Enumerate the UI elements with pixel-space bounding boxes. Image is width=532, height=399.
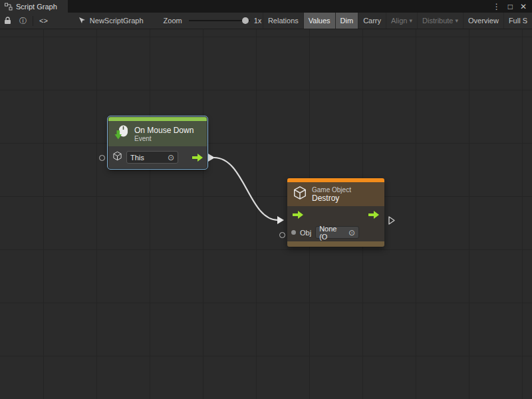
connection-layer: [0, 29, 532, 399]
graph-breadcrumb[interactable]: NewScriptGraph: [78, 17, 144, 25]
carry-label: Carry: [363, 17, 381, 25]
graph-canvas[interactable]: On Mouse Down Event This ⊙: [0, 29, 532, 399]
node-body: Obj None (O ⊙: [287, 206, 384, 241]
node-title: Destroy: [312, 194, 351, 203]
object-picker-icon[interactable]: ⊙: [348, 229, 355, 237]
node-header: On Mouse Down Event: [108, 121, 207, 146]
tab-script-graph[interactable]: Script Graph: [0, 0, 68, 13]
graph-name: NewScriptGraph: [90, 17, 144, 25]
node-body: This ⊙: [108, 146, 207, 168]
object-picker-icon[interactable]: ⊙: [168, 154, 174, 162]
values-button[interactable]: Values: [303, 13, 335, 29]
script-graph-icon: [5, 3, 13, 11]
destroy-object-input-port[interactable]: [279, 232, 285, 238]
graph-cursor-icon: [78, 17, 86, 25]
tab-title: Script Graph: [16, 3, 57, 11]
wire-start-arrow-icon: [208, 154, 215, 162]
align-button[interactable]: Align ▾: [386, 13, 417, 29]
tab-bar: Script Graph ⋮ □ ✕: [0, 0, 532, 13]
close-icon[interactable]: ✕: [520, 3, 527, 11]
chevron-down-icon: ▾: [410, 17, 413, 24]
align-label: Align: [391, 17, 407, 25]
node-subtitle: Event: [134, 135, 194, 142]
dim-label: Dim: [340, 17, 354, 25]
target-field-value: This: [130, 154, 144, 162]
connection-wire[interactable]: [214, 158, 278, 220]
distribute-label: Distribute: [422, 17, 453, 25]
graph-toolbar: ⓘ <> NewScriptGraph Zoom 1x Relations Va…: [0, 13, 532, 29]
carry-button[interactable]: Carry: [358, 13, 386, 29]
values-label: Values: [309, 17, 331, 25]
flow-continue-triangle-icon[interactable]: [388, 215, 395, 227]
node-footer-bar: [287, 241, 384, 247]
object-field-value: None (O: [319, 225, 346, 241]
event-target-input-port[interactable]: [99, 155, 105, 161]
node-on-mouse-down[interactable]: On Mouse Down Event This ⊙: [108, 117, 207, 168]
relations-button[interactable]: Relations: [263, 13, 303, 29]
flow-input-port[interactable]: [293, 211, 303, 219]
fullscreen-label: Full S: [509, 17, 527, 25]
overview-label: Overview: [468, 17, 499, 25]
zoom-control: Zoom 1x: [164, 17, 262, 25]
zoom-slider-knob[interactable]: [242, 17, 249, 24]
relations-label: Relations: [268, 17, 299, 25]
game-object-cube-icon: [112, 151, 122, 164]
object-field[interactable]: None (O ⊙: [315, 226, 359, 239]
wire-end-arrow-icon: [277, 216, 284, 224]
fullscreen-button[interactable]: Full S: [503, 13, 532, 29]
overview-button[interactable]: Overview: [463, 13, 503, 29]
zoom-label: Zoom: [164, 17, 182, 25]
node-category: Game Object: [312, 186, 351, 194]
mouse-down-icon: [114, 124, 130, 143]
target-field[interactable]: This ⊙: [126, 151, 178, 164]
node-destroy[interactable]: Game Object Destroy: [287, 178, 384, 247]
window-controls: ⋮ □ ✕: [493, 0, 532, 13]
zoom-slider-track[interactable]: [189, 20, 250, 21]
value-port-dot[interactable]: [291, 230, 296, 235]
toolbar-separator: [33, 16, 33, 26]
object-port-label: Obj: [300, 229, 311, 237]
trigger-output-port[interactable]: [192, 154, 203, 162]
chevron-down-icon: ▾: [456, 17, 459, 24]
kebab-menu-icon[interactable]: ⋮: [493, 3, 501, 11]
maximize-icon[interactable]: □: [508, 3, 513, 11]
node-header: Game Object Destroy: [287, 182, 384, 206]
node-titles: On Mouse Down Event: [134, 126, 194, 142]
toolbar-buttons: Relations Values Dim Carry Align ▾ Distr…: [263, 13, 532, 29]
target-port-row: This ⊙: [112, 148, 203, 166]
flow-output-port[interactable]: [368, 211, 379, 219]
node-titles: Game Object Destroy: [312, 186, 351, 203]
dim-button[interactable]: Dim: [335, 13, 358, 29]
lock-icon[interactable]: [0, 13, 15, 29]
object-port-row: Obj None (O ⊙: [291, 223, 380, 241]
flow-port-row: [291, 206, 380, 223]
code-icon[interactable]: <>: [35, 13, 52, 29]
info-icon[interactable]: ⓘ: [15, 13, 31, 29]
distribute-button[interactable]: Distribute ▾: [417, 13, 463, 29]
node-title: On Mouse Down: [134, 126, 194, 135]
zoom-value: 1x: [254, 17, 262, 25]
game-object-cube-icon: [293, 186, 307, 203]
script-graph-window: Script Graph ⋮ □ ✕ ⓘ <> NewScriptGraph: [0, 0, 532, 399]
